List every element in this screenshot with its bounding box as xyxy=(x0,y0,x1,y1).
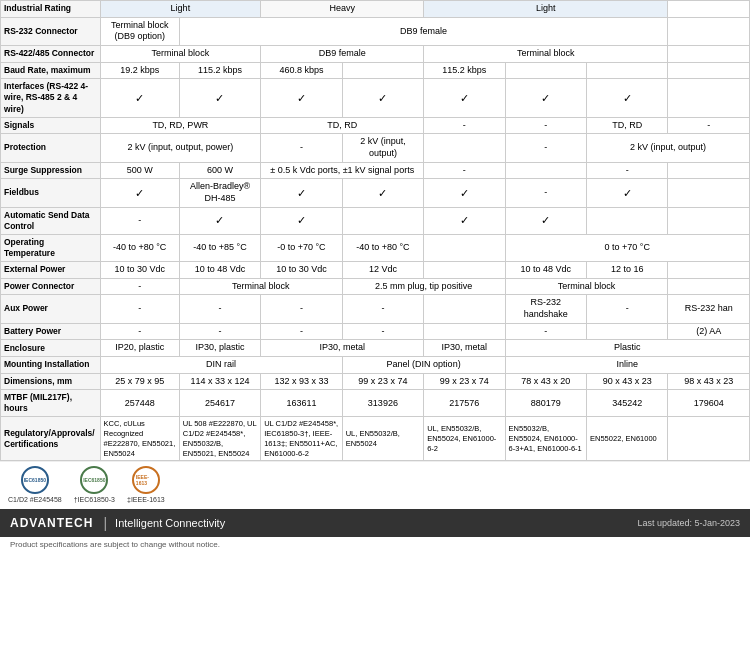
cell: Terminal block xyxy=(424,46,668,63)
table-row: Aux Power - - - - RS-232 handshake - RS-… xyxy=(1,295,750,323)
cell: 0 to +70 °C xyxy=(505,234,749,261)
cell: ✓ xyxy=(261,179,342,207)
footer-bar: ADVANTECH | Intelligent Connectivity Las… xyxy=(0,509,750,537)
cell: 10 to 30 Vdc xyxy=(100,261,179,278)
cell xyxy=(668,162,750,179)
row-label: Signals xyxy=(1,117,101,134)
row-label: Power Connector xyxy=(1,278,101,295)
cell: 500 W xyxy=(100,162,179,179)
cell: - xyxy=(179,295,260,323)
cell: UL, EN55032/B, EN55024, EN61000-6-2 xyxy=(424,417,505,461)
cell xyxy=(505,162,586,179)
cell: - xyxy=(424,162,505,179)
main-content: Industrial Rating Light Heavy Light RS-2… xyxy=(0,0,750,552)
table-row: Dimensions, mm 25 x 79 x 95 114 x 33 x 1… xyxy=(1,373,750,390)
cell: 2 kV (input, output, power) xyxy=(100,134,261,162)
spec-table: Industrial Rating Light Heavy Light RS-2… xyxy=(0,0,750,461)
row-label: Dimensions, mm xyxy=(1,373,101,390)
row-label: Fieldbus xyxy=(1,179,101,207)
cell: ✓ xyxy=(342,179,423,207)
cell: DB9 female xyxy=(261,46,424,63)
cell xyxy=(668,1,750,18)
table-row: RS-232 Connector Terminal block (DB9 opt… xyxy=(1,17,750,45)
cell: 115.2 kbps xyxy=(179,62,260,79)
cert-label-3: ‡IEEE-1613 xyxy=(127,496,165,503)
footer-note-text: Product specifications are subject to ch… xyxy=(10,540,220,549)
table-row: External Power 10 to 30 Vdc 10 to 48 Vdc… xyxy=(1,261,750,278)
table-row: Enclosure IP20, plastic IP30, plastic IP… xyxy=(1,340,750,357)
cell xyxy=(668,179,750,207)
cell: Panel (DIN option) xyxy=(342,357,505,374)
table-row: Industrial Rating Light Heavy Light xyxy=(1,1,750,18)
row-label: External Power xyxy=(1,261,101,278)
cell: Light xyxy=(424,1,668,18)
cell: ✓ xyxy=(100,179,179,207)
row-label: Mounting Installation xyxy=(1,357,101,374)
cell: IP30, metal xyxy=(424,340,505,357)
cell: ✓ xyxy=(424,179,505,207)
cell: 10 to 30 Vdc xyxy=(261,261,342,278)
cell: Plastic xyxy=(505,340,749,357)
cell: 12 Vdc xyxy=(342,261,423,278)
cell: DIN rail xyxy=(100,357,342,374)
brand-name: ADVANTECH xyxy=(10,516,93,530)
table-row: Power Connector - Terminal block 2.5 mm … xyxy=(1,278,750,295)
cell: ✓ xyxy=(179,79,260,117)
row-label: RS-232 Connector xyxy=(1,17,101,45)
cell: EN55032/B, EN55024, EN61000-6-3+A1, EN61… xyxy=(505,417,586,461)
cell: 132 x 93 x 33 xyxy=(261,373,342,390)
cell xyxy=(424,134,505,162)
table-row: Interfaces (RS-422 4-wire, RS-485 2 & 4 … xyxy=(1,79,750,117)
cell: - xyxy=(342,295,423,323)
cell: - xyxy=(424,117,505,134)
cell: - xyxy=(261,134,342,162)
cell xyxy=(587,207,668,234)
cell: 600 W xyxy=(179,162,260,179)
cell xyxy=(668,79,750,117)
cell: - xyxy=(342,323,423,340)
cell: ✓ xyxy=(179,207,260,234)
cert-icon-2: IEC61850 †IEC61850-3 xyxy=(74,466,115,503)
certification-icons-row: IEC61850 C1/D2 #E245458 IEC61850 †IEC618… xyxy=(0,461,750,507)
cell: -0 to +70 °C xyxy=(261,234,342,261)
cell xyxy=(424,295,505,323)
cell: 460.8 kbps xyxy=(261,62,342,79)
cell: 19.2 kbps xyxy=(100,62,179,79)
cell: 257448 xyxy=(100,390,179,417)
cell: TD, RD xyxy=(261,117,424,134)
cell: 345242 xyxy=(587,390,668,417)
cert-badge-3: IEEE-1613 xyxy=(132,466,160,494)
row-label: RS-422/485 Connector xyxy=(1,46,101,63)
row-label: Interfaces (RS-422 4-wire, RS-485 2 & 4 … xyxy=(1,79,101,117)
cell: Heavy xyxy=(261,1,424,18)
cell: RS-232 han xyxy=(668,295,750,323)
table-row: Protection 2 kV (input, output, power) -… xyxy=(1,134,750,162)
row-label: Enclosure xyxy=(1,340,101,357)
table-row: Regulatory/Approvals/ Certifications KCC… xyxy=(1,417,750,461)
cell: TD, RD, PWR xyxy=(100,117,261,134)
cell: ✓ xyxy=(100,79,179,117)
row-label: Baud Rate, maximum xyxy=(1,62,101,79)
cell: 99 x 23 x 74 xyxy=(342,373,423,390)
cell: Light xyxy=(100,1,261,18)
cell: - xyxy=(505,117,586,134)
row-label: Industrial Rating xyxy=(1,1,101,18)
cell: 313926 xyxy=(342,390,423,417)
cell: - xyxy=(505,134,586,162)
cell: UL 508 #E222870, UL C1/D2 #E245458*, EN5… xyxy=(179,417,260,461)
cell: 163611 xyxy=(261,390,342,417)
tagline: Intelligent Connectivity xyxy=(115,517,225,529)
table-row: MTBF (MIL217F), hours 257448 254617 1636… xyxy=(1,390,750,417)
table-container: Industrial Rating Light Heavy Light RS-2… xyxy=(0,0,750,461)
cell: - xyxy=(100,207,179,234)
cell: RS-232 handshake xyxy=(505,295,586,323)
cell: UL, EN55032/B, EN55024 xyxy=(342,417,423,461)
cell xyxy=(668,62,750,79)
cell: - xyxy=(587,162,668,179)
cell xyxy=(424,323,505,340)
table-row: Surge Suppression 500 W 600 W ± 0.5 k Vd… xyxy=(1,162,750,179)
cert-label-2: †IEC61850-3 xyxy=(74,496,115,503)
row-label: MTBF (MIL217F), hours xyxy=(1,390,101,417)
cell: IP30, metal xyxy=(261,340,424,357)
cell: 99 x 23 x 74 xyxy=(424,373,505,390)
